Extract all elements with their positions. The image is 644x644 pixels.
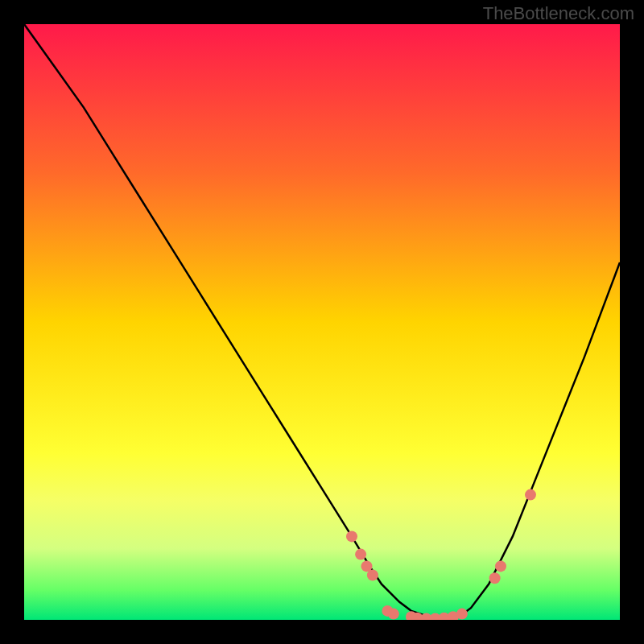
gradient-background [24, 24, 620, 620]
watermark-text: TheBottleneck.com [483, 3, 634, 24]
data-point [346, 530, 357, 542]
chart-container [24, 24, 620, 620]
chart-svg [24, 24, 620, 620]
data-point [489, 572, 501, 584]
data-point [525, 489, 536, 501]
data-point [355, 549, 366, 560]
data-point [367, 570, 378, 581]
data-point [495, 560, 506, 572]
data-point [456, 609, 468, 620]
data-point [388, 609, 399, 620]
